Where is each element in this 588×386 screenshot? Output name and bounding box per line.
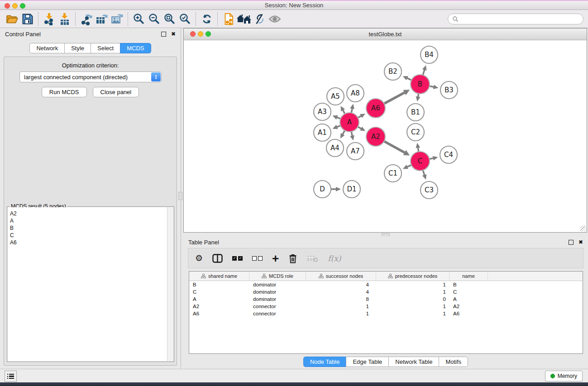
network-canvas-svg: AA1A2A3A4A5A6A7A8BB1B2B3B4CC1C2C3C4DD1: [184, 40, 587, 233]
table-row[interactable]: Adominator80A: [189, 295, 583, 303]
float-panel-icon[interactable]: [569, 240, 574, 245]
mcds-result-item[interactable]: A2: [10, 210, 165, 217]
table-cell: B: [449, 282, 488, 287]
tab-select[interactable]: Select: [91, 43, 120, 53]
unselect-all-columns-button[interactable]: [252, 256, 263, 261]
network-canvas[interactable]: AA1A2A3A4A5A6A7A8BB1B2B3B4CC1C2C3C4DD1: [184, 40, 587, 232]
toolbar-search[interactable]: [448, 14, 583, 24]
table-row[interactable]: Cdominator41C: [189, 288, 583, 295]
close-panel-icon[interactable]: ✖: [578, 239, 583, 245]
export-image-button[interactable]: [110, 11, 125, 27]
document-network-icon: [223, 13, 234, 25]
table-cell: 1: [376, 311, 449, 316]
graph-edge-arrowhead: [422, 174, 427, 180]
network-window-titlebar[interactable]: testGlobe.txt: [184, 29, 587, 40]
table-cell: A2: [449, 304, 488, 309]
column-settings-button[interactable]: ⚙: [195, 254, 203, 262]
mcds-result-item[interactable]: A6: [10, 239, 165, 246]
new-network-from-file-button[interactable]: [221, 11, 236, 27]
import-table-button[interactable]: [57, 11, 72, 27]
export-network-button[interactable]: [79, 11, 94, 27]
network-close-icon[interactable]: [190, 31, 196, 37]
table-cell: 8: [306, 296, 376, 302]
delete-table-icon: [307, 254, 318, 262]
table-cell: C: [449, 289, 488, 295]
tab-style[interactable]: Style: [64, 43, 91, 53]
column-header-successor-nodes[interactable]: successor nodes: [306, 272, 376, 281]
column-header-name[interactable]: name: [449, 272, 488, 281]
result-scrollbar[interactable]: [167, 207, 173, 361]
minimize-window-icon[interactable]: [12, 3, 18, 9]
function-builder-button[interactable]: f(x): [328, 254, 341, 263]
zoom-in-button[interactable]: [131, 11, 147, 27]
save-session-button[interactable]: [20, 11, 35, 27]
graph-node-label-C2: C2: [411, 128, 420, 136]
close-window-icon[interactable]: [5, 3, 10, 9]
open-browser-button[interactable]: [236, 11, 252, 27]
tab-node-table[interactable]: Node Table: [303, 357, 347, 367]
mcds-result-item[interactable]: C: [10, 232, 165, 239]
node-table-body: Bdominator41BCdominator41CAdominator80AA…: [189, 281, 583, 317]
table-row[interactable]: Bdominator41B: [189, 281, 583, 288]
memory-button[interactable]: Memory: [545, 371, 583, 381]
column-header-predecessor-nodes[interactable]: predecessor nodes: [376, 272, 449, 281]
list-icon: [7, 378, 14, 379]
table-row[interactable]: A6connector11A6: [189, 310, 583, 317]
zoom-out-icon: [148, 13, 161, 25]
toggle-graphics-details-button[interactable]: [267, 11, 282, 27]
show-hide-labels-button[interactable]: [252, 11, 267, 27]
column-header-mcds-role[interactable]: MCDS role: [249, 272, 306, 281]
create-new-column-button[interactable]: +: [272, 254, 279, 263]
graph-edge-B-B4[interactable]: [423, 69, 425, 75]
graph-edge-A2-C[interactable]: [384, 141, 405, 153]
search-input[interactable]: [461, 15, 579, 23]
float-panel-icon[interactable]: [161, 32, 166, 37]
zoom-out-button[interactable]: [147, 11, 162, 27]
criterion-dropdown[interactable]: largest connected component (directed) ▲…: [19, 71, 162, 82]
tab-edge-table[interactable]: Edge Table: [346, 357, 389, 367]
zoom-selected-button[interactable]: [177, 11, 193, 27]
table-cell: dominator: [249, 296, 306, 302]
tab-motifs[interactable]: Motifs: [439, 357, 468, 367]
vertical-splitter-grip[interactable]: [178, 192, 182, 200]
unchecked-box-icon: [258, 256, 263, 261]
export-table-button[interactable]: [94, 11, 110, 27]
tab-network-table[interactable]: Network Table: [388, 357, 439, 367]
graph-node-label-B2: B2: [388, 67, 397, 76]
resize-grip-icon[interactable]: [580, 226, 586, 232]
unchecked-box-icon: [252, 256, 257, 261]
app-titlebar: Session: New Session: [0, 0, 588, 10]
graph-edge-arrowhead: [336, 187, 341, 191]
graph-edge-A6-B[interactable]: [384, 92, 405, 104]
export-image-icon: [110, 13, 124, 25]
close-panel-icon[interactable]: ✖: [171, 31, 176, 37]
mcds-result-item[interactable]: A: [10, 217, 165, 224]
network-minimize-icon[interactable]: [198, 31, 203, 37]
toggle-pane-mode-button[interactable]: [212, 254, 223, 263]
dropdown-stepper-icon[interactable]: ▲▼: [151, 72, 161, 81]
column-header-shared-name[interactable]: shared name: [189, 272, 249, 281]
task-history-button[interactable]: [5, 371, 17, 382]
toolbar-separator: [128, 12, 129, 26]
table-cell: B: [189, 282, 249, 287]
tab-mcds[interactable]: MCDS: [120, 43, 151, 53]
run-mcds-button[interactable]: Run MCDS: [42, 87, 87, 97]
table-cell: C: [189, 289, 249, 295]
network-maximize-icon[interactable]: [206, 31, 211, 37]
open-file-button[interactable]: [5, 11, 20, 27]
maximize-window-icon[interactable]: [20, 3, 25, 9]
delete-columns-button[interactable]: [288, 253, 297, 263]
plus-icon: +: [272, 254, 279, 263]
table-row[interactable]: A2connector11A2: [189, 303, 583, 310]
table-cell: 1: [376, 304, 449, 309]
zoom-fit-button[interactable]: [162, 11, 177, 27]
import-network-button[interactable]: [42, 11, 57, 27]
tab-network[interactable]: Network: [29, 43, 65, 53]
delete-table-button[interactable]: [307, 254, 318, 262]
select-all-columns-button[interactable]: ✓✓: [232, 256, 243, 261]
graph-node-label-A8: A8: [351, 89, 360, 97]
close-panel-button[interactable]: Close panel: [93, 87, 139, 97]
apply-layout-button[interactable]: [199, 11, 215, 27]
graph-edge-arrowhead: [416, 96, 421, 102]
mcds-result-item[interactable]: B: [10, 224, 165, 232]
